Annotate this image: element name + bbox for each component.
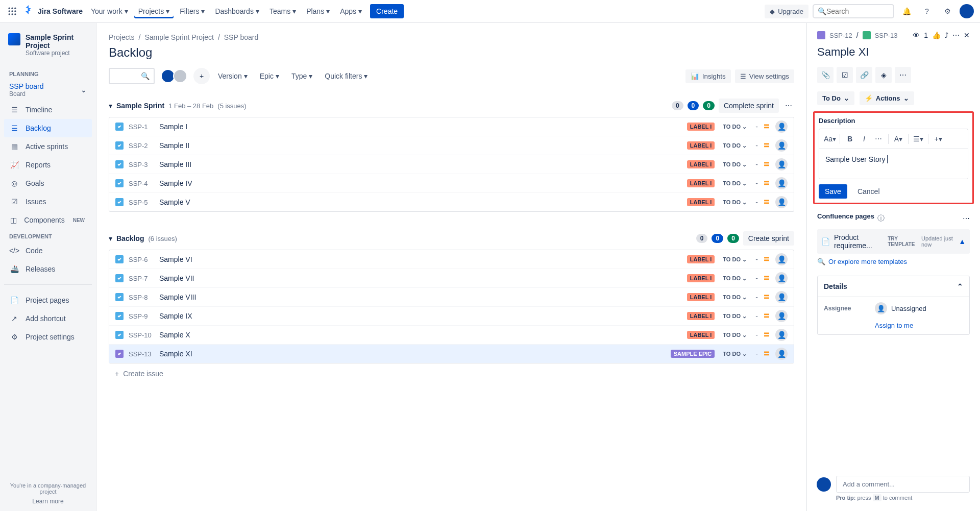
issue-row[interactable]: SSP-9 Sample IX LABEL I TO DO ⌄ - 〓 👤 xyxy=(109,307,794,326)
estimate[interactable]: - xyxy=(755,179,758,187)
priority-icon[interactable]: 〓 xyxy=(763,141,770,150)
assignee-avatar[interactable]: 👤 xyxy=(775,139,788,152)
sidebar-timeline[interactable]: ☰Timeline xyxy=(4,101,92,119)
issue-row[interactable]: SSP-13 Sample XI SAMPLE EPIC TO DO ⌄ - 〓… xyxy=(109,345,794,363)
insert-button[interactable]: +▾ xyxy=(932,132,945,145)
complete-sprint-button[interactable]: Complete sprint xyxy=(719,99,779,113)
filter-quick[interactable]: Quick filters ▾ xyxy=(321,69,372,83)
priority-icon[interactable]: 〓 xyxy=(763,198,770,207)
nav-plans[interactable]: Plans ▾ xyxy=(302,4,334,18)
sidebar-code[interactable]: </>Code xyxy=(4,241,92,260)
issue-row[interactable]: SSP-7 Sample VII LABEL I TO DO ⌄ - 〓 👤 xyxy=(109,269,794,288)
backlog-collapse-icon[interactable]: ▾ xyxy=(109,234,112,242)
estimate[interactable]: - xyxy=(755,141,758,150)
filter-epic[interactable]: Epic ▾ xyxy=(256,69,283,83)
insights-button[interactable]: 📊Insights xyxy=(685,69,731,83)
bold-button[interactable]: B xyxy=(843,132,856,145)
assignee-avatar[interactable]: 👤 xyxy=(775,329,788,341)
create-issue-button[interactable]: + Create issue xyxy=(109,366,794,382)
sidebar-goals[interactable]: ◎Goals xyxy=(4,174,92,192)
nav-apps[interactable]: Apps ▾ xyxy=(336,4,366,18)
user-avatar-2[interactable] xyxy=(173,69,187,83)
settings-icon[interactable]: ⚙ xyxy=(939,3,955,19)
issue-row[interactable]: SSP-10 Sample X LABEL I TO DO ⌄ - 〓 👤 xyxy=(109,326,794,345)
assignee-avatar[interactable]: 👤 xyxy=(775,158,788,171)
status-dropdown[interactable]: To Do ⌄ xyxy=(817,91,854,105)
description-editor[interactable]: Sample User Story xyxy=(819,149,968,179)
assignee-avatar[interactable]: 👤 xyxy=(775,310,788,322)
sidebar-add-shortcut[interactable]: ↗Add shortcut xyxy=(4,309,92,328)
view-settings-button[interactable]: ☰View settings xyxy=(735,69,794,83)
issue-key[interactable]: SSP-4 xyxy=(129,180,154,187)
sidebar-project-pages[interactable]: 📄Project pages xyxy=(4,291,92,309)
save-button[interactable]: Save xyxy=(819,184,847,199)
estimate[interactable]: - xyxy=(755,198,758,206)
watch-icon[interactable]: 👁 xyxy=(913,31,920,39)
create-button[interactable]: Create xyxy=(370,4,404,18)
more-actions-icon[interactable]: ⋯ xyxy=(952,31,960,39)
learn-more-link[interactable]: Learn more xyxy=(32,498,63,505)
status-dropdown[interactable]: TO DO ⌄ xyxy=(720,255,750,264)
breadcrumb-board[interactable]: SSP board xyxy=(224,33,258,41)
issue-label[interactable]: LABEL I xyxy=(687,141,715,150)
backlog-search[interactable]: 🔍 xyxy=(109,68,155,84)
status-dropdown[interactable]: TO DO ⌄ xyxy=(720,179,750,188)
sidebar-active-sprints[interactable]: ▦Active sprints xyxy=(4,137,92,156)
issue-row[interactable]: SSP-1 Sample I LABEL I TO DO ⌄ - 〓 👤 xyxy=(109,117,794,136)
issue-key[interactable]: SSP-2 xyxy=(129,142,154,150)
nav-projects[interactable]: Projects ▾ xyxy=(134,4,174,18)
status-dropdown[interactable]: TO DO ⌄ xyxy=(720,331,750,339)
priority-icon[interactable]: 〓 xyxy=(763,255,770,264)
jira-logo[interactable]: Jira Software xyxy=(22,5,83,17)
nav-dashboards[interactable]: Dashboards ▾ xyxy=(211,4,263,18)
issue-row[interactable]: SSP-4 Sample IV LABEL I TO DO ⌄ - 〓 👤 xyxy=(109,174,794,193)
confluence-button[interactable]: ◈ xyxy=(875,67,892,83)
status-dropdown[interactable]: TO DO ⌄ xyxy=(720,293,750,302)
more-add-button[interactable]: ⋯ xyxy=(895,67,911,83)
sidebar-releases[interactable]: 🚢Releases xyxy=(4,260,92,278)
issue-key[interactable]: SSP-10 xyxy=(129,331,154,339)
issue-row[interactable]: SSP-6 Sample VI LABEL I TO DO ⌄ - 〓 👤 xyxy=(109,250,794,269)
more-formatting-button[interactable]: ⋯ xyxy=(872,132,885,145)
assignee-avatar[interactable]: 👤 xyxy=(775,253,788,265)
estimate[interactable]: - xyxy=(755,123,758,131)
priority-icon[interactable]: 〓 xyxy=(763,311,770,321)
cancel-button[interactable]: Cancel xyxy=(851,184,886,199)
nav-filters[interactable]: Filters ▾ xyxy=(176,4,209,18)
estimate[interactable]: - xyxy=(755,312,758,320)
subtask-button[interactable]: ☑ xyxy=(837,67,853,83)
status-dropdown[interactable]: TO DO ⌄ xyxy=(720,160,750,169)
sidebar-reports[interactable]: 📈Reports xyxy=(4,156,92,174)
issue-label[interactable]: LABEL I xyxy=(687,312,715,320)
status-dropdown[interactable]: TO DO ⌄ xyxy=(720,141,750,150)
sidebar-project-settings[interactable]: ⚙Project settings xyxy=(4,328,92,346)
issue-key[interactable]: SSP-13 xyxy=(129,350,154,358)
assignee-avatar[interactable]: 👤 xyxy=(775,196,788,208)
issue-label[interactable]: SAMPLE EPIC xyxy=(671,350,715,358)
priority-icon[interactable]: 〓 xyxy=(763,160,770,169)
issue-key[interactable]: SSP-5 xyxy=(129,199,154,206)
add-people-button[interactable]: + xyxy=(193,68,210,84)
filter-version[interactable]: Version ▾ xyxy=(214,69,252,83)
upgrade-button[interactable]: ◆ Upgrade xyxy=(765,5,808,18)
share-icon[interactable]: ⤴ xyxy=(945,31,948,39)
assignee-avatar[interactable]: 👤 xyxy=(775,291,788,303)
issue-key[interactable]: SSP-6 xyxy=(129,256,154,263)
assignee-avatar[interactable]: 👤 xyxy=(775,120,788,133)
notifications-icon[interactable]: 🔔 xyxy=(898,3,915,19)
priority-icon[interactable]: 〓 xyxy=(763,293,770,302)
sidebar-backlog[interactable]: ☰Backlog xyxy=(4,119,92,137)
issue-label[interactable]: LABEL I xyxy=(687,255,715,263)
assignee-avatar[interactable]: 👤 xyxy=(775,272,788,284)
app-switcher-icon[interactable] xyxy=(6,5,18,17)
estimate[interactable]: - xyxy=(755,255,758,263)
actions-dropdown[interactable]: ⚡Actions ⌄ xyxy=(860,91,914,105)
issue-label[interactable]: LABEL I xyxy=(687,123,715,131)
link-button[interactable]: 🔗 xyxy=(856,67,872,83)
like-icon[interactable]: 👍 xyxy=(932,31,941,39)
issue-label[interactable]: LABEL I xyxy=(687,179,715,187)
estimate[interactable]: - xyxy=(755,274,758,282)
issue-row[interactable]: SSP-5 Sample V LABEL I TO DO ⌄ - 〓 👤 xyxy=(109,193,794,211)
issue-key[interactable]: SSP-7 xyxy=(129,275,154,282)
nav-your-work[interactable]: Your work ▾ xyxy=(87,4,132,18)
